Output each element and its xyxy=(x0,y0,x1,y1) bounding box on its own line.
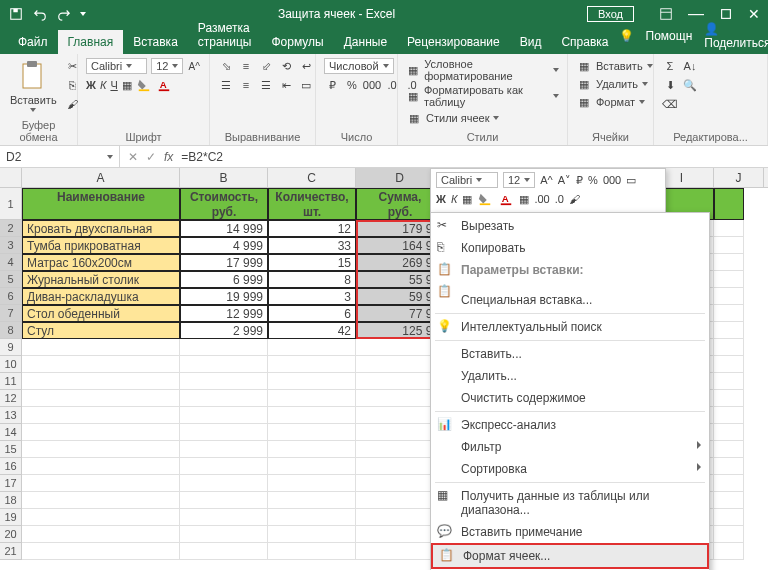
cell[interactable]: Диван-раскладушка xyxy=(22,288,180,305)
cell[interactable] xyxy=(714,526,744,543)
align-top-icon[interactable]: ⬂ xyxy=(218,58,234,74)
share-link[interactable]: 👤 Поделиться xyxy=(704,22,768,50)
align-right-icon[interactable]: ☰ xyxy=(258,77,274,93)
mini-italic-button[interactable]: К xyxy=(451,193,457,205)
cell[interactable] xyxy=(714,271,744,288)
undo-icon[interactable] xyxy=(32,6,48,22)
cell[interactable] xyxy=(714,188,744,220)
fill-color-icon[interactable] xyxy=(136,77,152,93)
cell[interactable]: 19 999 xyxy=(180,288,268,305)
percent-icon[interactable]: % xyxy=(344,77,360,93)
font-color-icon[interactable]: A xyxy=(156,77,172,93)
cell[interactable] xyxy=(180,373,268,390)
row-header[interactable]: 8 xyxy=(0,322,22,339)
fx-icon[interactable]: fx xyxy=(164,150,173,164)
mini-format-painter-icon[interactable]: 🖌 xyxy=(569,193,580,205)
cell-styles-button[interactable]: ▦Стили ячеек xyxy=(406,110,559,126)
paste-button[interactable]: Вставить xyxy=(8,58,59,114)
cell[interactable] xyxy=(714,390,744,407)
cell[interactable] xyxy=(714,373,744,390)
mini-grow-icon[interactable]: A^ xyxy=(540,174,553,186)
cell[interactable] xyxy=(714,543,744,560)
ctx-delete[interactable]: Удалить... xyxy=(431,365,709,387)
cell[interactable] xyxy=(714,458,744,475)
cell[interactable]: Тумба прикроватная xyxy=(22,237,180,254)
cell[interactable] xyxy=(180,441,268,458)
cell[interactable] xyxy=(268,356,356,373)
cell[interactable] xyxy=(180,509,268,526)
cell[interactable] xyxy=(22,475,180,492)
row-header[interactable]: 1 xyxy=(0,188,22,220)
ctx-sort[interactable]: Сортировка xyxy=(431,458,709,480)
cell[interactable]: Матрас 160x200см xyxy=(22,254,180,271)
cell[interactable]: 8 xyxy=(268,271,356,288)
cell[interactable]: 15 xyxy=(268,254,356,271)
col-B[interactable]: B xyxy=(180,168,268,187)
row-header[interactable]: 14 xyxy=(0,424,22,441)
cell[interactable] xyxy=(22,441,180,458)
row-header[interactable]: 16 xyxy=(0,458,22,475)
cell[interactable] xyxy=(22,356,180,373)
tab-file[interactable]: Файл xyxy=(8,30,58,54)
cell[interactable] xyxy=(268,441,356,458)
fill-icon[interactable]: ⬇ xyxy=(662,77,678,93)
format-cells-button[interactable]: ▦Формат xyxy=(576,94,653,110)
align-center-icon[interactable]: ≡ xyxy=(238,77,254,93)
ctx-paste-icon[interactable]: 📋 xyxy=(431,281,709,289)
col-C[interactable]: C xyxy=(268,168,356,187)
cell[interactable]: Наименование xyxy=(22,188,180,220)
cell[interactable] xyxy=(714,424,744,441)
row-header[interactable]: 10 xyxy=(0,356,22,373)
cell[interactable]: 6 999 xyxy=(180,271,268,288)
cancel-icon[interactable]: ✕ xyxy=(128,150,138,164)
cell[interactable] xyxy=(22,339,180,356)
cell[interactable] xyxy=(714,509,744,526)
cell[interactable]: 17 999 xyxy=(180,254,268,271)
cell[interactable] xyxy=(268,526,356,543)
cell[interactable] xyxy=(22,424,180,441)
help-link[interactable]: Помощн xyxy=(646,29,693,43)
cell[interactable]: 12 xyxy=(268,220,356,237)
sort-filter-icon[interactable]: A↓ xyxy=(682,58,698,74)
ctx-clear[interactable]: Очистить содержимое xyxy=(431,387,709,409)
row-header[interactable]: 5 xyxy=(0,271,22,288)
row-header[interactable]: 13 xyxy=(0,407,22,424)
maximize-icon[interactable] xyxy=(718,6,734,22)
cell[interactable] xyxy=(268,458,356,475)
tab-home[interactable]: Главная xyxy=(58,30,124,54)
ctx-insert-comment[interactable]: 💬Вставить примечание xyxy=(431,521,709,543)
mini-percent-icon[interactable]: % xyxy=(588,174,598,186)
format-as-table-button[interactable]: ▦Форматировать как таблицу xyxy=(406,84,559,108)
cell[interactable] xyxy=(268,339,356,356)
cell[interactable] xyxy=(180,526,268,543)
tab-formulas[interactable]: Формулы xyxy=(261,30,333,54)
cell[interactable] xyxy=(714,356,744,373)
cell[interactable] xyxy=(714,339,744,356)
mini-dec-dec-icon[interactable]: .0 xyxy=(555,193,564,205)
row-header[interactable]: 19 xyxy=(0,509,22,526)
cell[interactable] xyxy=(268,390,356,407)
cell[interactable]: 14 999 xyxy=(180,220,268,237)
cell[interactable] xyxy=(180,390,268,407)
conditional-format-button[interactable]: ▦Условное форматирование xyxy=(406,58,559,82)
currency-icon[interactable]: ₽ xyxy=(324,77,340,93)
tell-me-icon[interactable]: 💡 xyxy=(619,29,634,43)
cell[interactable] xyxy=(180,543,268,560)
underline-button[interactable]: Ч xyxy=(110,79,117,91)
save-icon[interactable] xyxy=(8,6,24,22)
align-middle-icon[interactable]: ≡ xyxy=(238,58,254,74)
ctx-smart-lookup[interactable]: 💡Интеллектуальный поиск xyxy=(431,316,709,338)
cell[interactable] xyxy=(714,254,744,271)
cell[interactable]: Журнальный столик xyxy=(22,271,180,288)
cell[interactable] xyxy=(180,356,268,373)
border-icon[interactable]: ▦ xyxy=(122,79,132,92)
row-header[interactable]: 7 xyxy=(0,305,22,322)
row-header[interactable]: 3 xyxy=(0,237,22,254)
cell[interactable] xyxy=(22,492,180,509)
clear-icon[interactable]: ⌫ xyxy=(662,96,678,112)
indent-dec-icon[interactable]: ⇤ xyxy=(278,77,294,93)
cell[interactable] xyxy=(180,475,268,492)
close-icon[interactable]: ✕ xyxy=(748,6,760,22)
name-box[interactable]: D2 xyxy=(0,146,120,167)
row-header[interactable]: 6 xyxy=(0,288,22,305)
